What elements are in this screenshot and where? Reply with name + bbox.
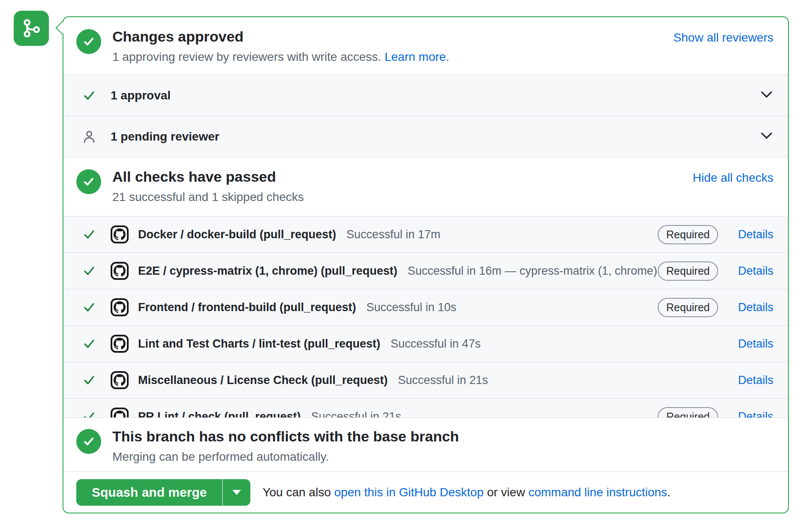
learn-more-link[interactable]: Learn more. — [385, 50, 449, 63]
check-row: Miscellaneous / License Check (pull_requ… — [63, 362, 788, 399]
approved-check-circle-icon — [76, 29, 101, 54]
check-success-icon — [82, 228, 96, 241]
pending-reviewer-collapse-row[interactable]: 1 pending reviewer — [63, 116, 788, 157]
check-row: E2E / cypress-matrix (1, chrome) (pull_r… — [63, 253, 788, 289]
check-status: Successful in 21s — [398, 374, 488, 387]
person-icon — [82, 129, 96, 144]
required-badge: Required — [658, 261, 718, 281]
check-details-link[interactable]: Details — [738, 301, 773, 314]
checks-status-subtitle: 21 successful and 1 skipped checks — [112, 189, 304, 205]
github-actions-avatar-icon — [111, 371, 129, 389]
check-details-link[interactable]: Details — [738, 228, 773, 241]
conflict-status-text: This branch has no conflicts with the ba… — [112, 427, 459, 465]
checks-status-section: All checks have passed 21 successful and… — [63, 157, 788, 216]
required-badge: Required — [658, 225, 718, 244]
check-success-icon — [82, 374, 96, 387]
hide-all-checks-link[interactable]: Hide all checks — [693, 171, 773, 185]
conflict-status-section: This branch has no conflicts with the ba… — [63, 417, 788, 471]
check-success-icon — [82, 264, 96, 277]
github-desktop-link[interactable]: open this in GitHub Desktop — [334, 486, 484, 499]
pending-reviewer-row-label: 1 pending reviewer — [111, 130, 220, 144]
check-status: Successful in 17m — [346, 228, 440, 241]
alternative-merge-text: You can also open this in GitHub Desktop… — [262, 486, 670, 499]
check-name: PR Lint / check (pull_request) — [138, 410, 301, 418]
check-row: Docker / docker-build (pull_request) Suc… — [63, 216, 788, 253]
show-all-reviewers-link[interactable]: Show all reviewers — [674, 31, 773, 45]
merge-options-dropdown-button[interactable] — [222, 479, 250, 506]
github-actions-avatar-icon — [111, 262, 129, 280]
pr-merge-box: Changes approved 1 approving review by r… — [63, 16, 789, 513]
check-name: Frontend / frontend-build (pull_request) — [138, 301, 356, 314]
review-status-text: Changes approved 1 approving review by r… — [112, 27, 449, 65]
required-badge: Required — [658, 407, 718, 418]
check-name: Docker / docker-build (pull_request) — [138, 228, 336, 241]
check-name: Miscellaneous / License Check (pull_requ… — [138, 374, 388, 387]
required-badge: Required — [658, 298, 718, 317]
check-name: E2E / cypress-matrix (1, chrome) (pull_r… — [138, 264, 397, 278]
command-line-instructions-link[interactable]: command line instructions — [528, 486, 667, 499]
check-status: Successful in 16m — cypress-matrix (1, c… — [408, 264, 657, 278]
conflict-status-subtitle: Merging can be performed automatically. — [112, 449, 459, 465]
squash-and-merge-button[interactable]: Squash and merge — [76, 479, 222, 506]
checks-list[interactable]: Docker / docker-build (pull_request) Suc… — [63, 216, 788, 417]
check-success-icon — [82, 301, 96, 314]
checks-status-text: All checks have passed 21 successful and… — [112, 168, 304, 205]
check-name: Lint and Test Charts / lint-test (pull_r… — [138, 337, 380, 351]
git-branch-icon — [14, 11, 49, 46]
check-details-link[interactable]: Details — [738, 337, 773, 351]
checks-passed-circle-icon — [76, 169, 101, 194]
github-actions-avatar-icon — [111, 298, 129, 316]
checks-status-title: All checks have passed — [112, 168, 304, 186]
check-icon — [82, 89, 96, 102]
caret-down-icon — [232, 490, 241, 495]
no-conflicts-circle-icon — [76, 429, 101, 454]
check-row: Lint and Test Charts / lint-test (pull_r… — [63, 326, 788, 362]
github-actions-avatar-icon — [111, 225, 129, 243]
github-actions-avatar-icon — [111, 335, 129, 353]
review-status-description: 1 approving review by reviewers with wri… — [112, 49, 449, 65]
check-status: Successful in 21s — [311, 410, 401, 418]
check-details-link[interactable]: Details — [738, 374, 773, 387]
conflict-status-title: This branch has no conflicts with the ba… — [112, 427, 459, 446]
approval-row-label: 1 approval — [111, 89, 171, 102]
merge-actions-section: Squash and merge You can also open this … — [63, 471, 788, 513]
check-row: Frontend / frontend-build (pull_request)… — [63, 289, 788, 326]
check-success-icon — [82, 337, 96, 350]
github-actions-avatar-icon — [111, 408, 129, 417]
approval-collapse-row[interactable]: 1 approval — [63, 75, 788, 116]
chevron-down-icon[interactable] — [761, 132, 773, 141]
review-status-title: Changes approved — [112, 27, 449, 46]
check-success-icon — [82, 410, 96, 417]
check-details-link[interactable]: Details — [738, 410, 773, 418]
check-details-link[interactable]: Details — [738, 264, 773, 278]
check-status: Successful in 10s — [366, 301, 456, 314]
review-status-section: Changes approved 1 approving review by r… — [63, 17, 788, 75]
chevron-down-icon[interactable] — [761, 91, 773, 100]
check-status: Successful in 47s — [391, 337, 481, 351]
check-row: PR Lint / check (pull_request) Successfu… — [63, 399, 788, 417]
